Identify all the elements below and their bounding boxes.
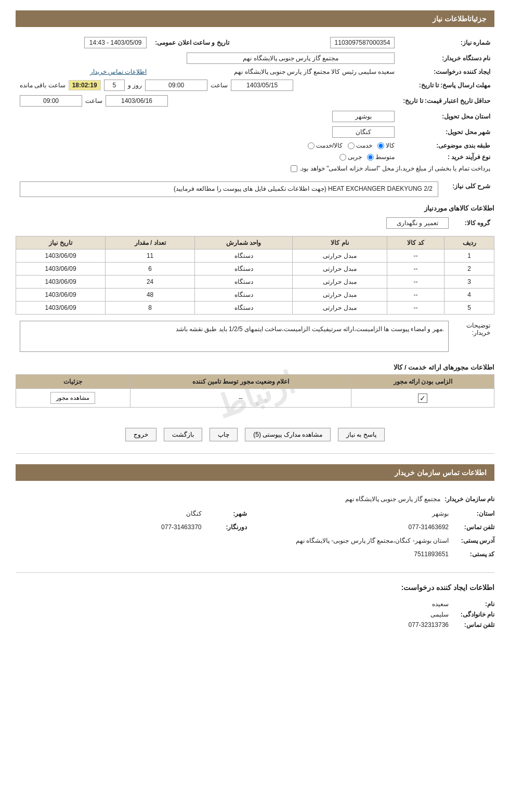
goods-cell-code: -- bbox=[387, 263, 444, 276]
buyer-label: نام دستگاه خریدار: bbox=[399, 50, 494, 66]
postal-label: کد پستی: bbox=[453, 551, 494, 558]
main-page: جزئیاتاطلاعات نیاز شماره نیاز: 110309758… bbox=[0, 0, 510, 812]
goods-table-row: 4--مبدل حرارتیدستگاه481403/06/09 bbox=[16, 289, 494, 302]
remaining-suffix: ساعت باقی مانده bbox=[20, 82, 66, 89]
goods-cell-qty: 8 bbox=[106, 302, 195, 315]
requester-name-value: سعیده bbox=[432, 600, 449, 608]
provider-table: الزامی بودن ارائه مجور اعلام وضعیت مجور … bbox=[16, 374, 494, 408]
view-docs-button[interactable]: مشاهده مدارک پیوستی (5) bbox=[245, 428, 331, 441]
days-label: روز و bbox=[128, 82, 142, 89]
goods-table-row: 2--مبدل حرارتیدستگاه61403/06/09 bbox=[16, 263, 494, 276]
view-provider-button[interactable]: مشاهده مجور bbox=[50, 392, 95, 404]
deadline-date: 1403/05/15 bbox=[231, 80, 293, 91]
phone-contact-label: تلفن تماس: bbox=[453, 523, 494, 531]
city-contact-value: کنگان bbox=[186, 510, 202, 517]
province-contact-row: استان: بوشهر bbox=[263, 508, 495, 519]
category-label: طبقه بندی موضوعی: bbox=[399, 140, 494, 151]
watermark-area: ارتباط الزامی بودن ارائه مجور اعلام وضعی… bbox=[16, 374, 494, 416]
fax-contact-label: دورنگار: bbox=[206, 523, 247, 531]
creator-value: سعیده سلیمی رئیس کالا مجتمع گاز پارس جنو… bbox=[234, 68, 395, 75]
goods-cell-unit: دستگاه bbox=[195, 263, 293, 276]
back-button[interactable]: بازگشت bbox=[164, 428, 202, 441]
goods-cell-name: مبدل حرارتی bbox=[293, 289, 387, 302]
province-label: استان محل تحویل: bbox=[399, 109, 494, 124]
goods-cell-code: -- bbox=[387, 302, 444, 315]
payment-checkbox[interactable] bbox=[291, 165, 297, 172]
province-contact-label: استان: bbox=[453, 510, 494, 517]
provider-row: ✓ -- مشاهده مجور bbox=[16, 389, 494, 408]
col-row: ردیف bbox=[444, 237, 494, 250]
buyer-contact-section: اطلاعات تماس سازمان خریدار نام سازمان خر… bbox=[16, 464, 494, 565]
need-info-table: شماره نیاز: 1103097587000354 تاریخ و ساع… bbox=[16, 35, 494, 174]
category-kala-label: کالا bbox=[386, 142, 395, 149]
deadline-time: 09:00 bbox=[145, 80, 207, 91]
deadline-remaining: 18:02:19 bbox=[69, 80, 101, 90]
provider-col-details: جزئیات bbox=[16, 375, 130, 389]
goods-cell-code: -- bbox=[387, 250, 444, 263]
print-button[interactable]: چاپ bbox=[210, 428, 238, 441]
requester-family-label: نام خانوادگی: bbox=[453, 611, 494, 618]
divider-1 bbox=[16, 453, 494, 454]
goods-table: ردیف کد کالا نام کالا واحد شمارش تعداد /… bbox=[16, 236, 494, 315]
exit-button[interactable]: خروج bbox=[125, 428, 156, 441]
goods-group-value: تعمیر و نگهداری bbox=[386, 217, 449, 229]
reply-button[interactable]: پاسخ به نیاز bbox=[338, 428, 385, 441]
provider-section: اطلاعات مجورهای ارائه خدمت / کالا ارتباط… bbox=[16, 363, 494, 416]
category-kala-khedmat-label: کالا/خدمت bbox=[316, 142, 343, 149]
provider-required-check: ✓ bbox=[351, 389, 494, 408]
provider-status: -- bbox=[130, 389, 351, 408]
notes-value: .مهر و امضاء پیوست ها الزامیست،ارائه سرت… bbox=[20, 321, 449, 352]
goods-table-row: 5--مبدل حرارتیدستگاه81403/06/09 bbox=[16, 302, 494, 315]
fax-contact-row: دورنگار: 077-31463370 bbox=[16, 522, 247, 532]
action-buttons: پاسخ به نیاز مشاهده مدارک پیوستی (5) چاپ… bbox=[16, 426, 494, 443]
goods-cell-unit: دستگاه bbox=[195, 276, 293, 289]
buyer-contact-content: نام سازمان خریدار: مجتمع گاز پارس جنوبی … bbox=[16, 489, 494, 565]
need-info-header: جزئیاتاطلاعات نیاز bbox=[16, 10, 494, 27]
requester-family-row: نام خانوادگی: سلیمی bbox=[16, 609, 494, 620]
creator-label: ایجاد کننده درخواست: bbox=[399, 66, 494, 77]
category-kala-khedmat-radio[interactable] bbox=[308, 142, 315, 149]
description-table: شرح کلی نیاز: 2/2 HEAT EXCHANGER DAEKYUN… bbox=[16, 179, 494, 199]
purchase-type-jarabi-radio[interactable] bbox=[339, 154, 346, 161]
time-label: ساعت bbox=[211, 82, 228, 89]
province-value: بوشهر bbox=[332, 111, 395, 122]
goods-cell-date: 1403/06/09 bbox=[16, 250, 106, 263]
requester-section: اطلاعات ایجاد کننده درخواست: نام: سعیده … bbox=[16, 583, 494, 634]
deadline-label: مهلت ارسال پاسخ: تا تاریخ: bbox=[399, 77, 494, 93]
purchase-type-motavasset-radio[interactable] bbox=[367, 154, 374, 161]
validity-date: 1403/06/16 bbox=[106, 95, 168, 107]
requester-header: اطلاعات ایجاد کننده درخواست: bbox=[16, 583, 494, 592]
address-value: استان بوشهر- کنگان،مجتمع گاز پارس جنوبی-… bbox=[296, 537, 449, 544]
category-khedmat-radio[interactable] bbox=[348, 142, 355, 149]
requester-name-label: نام: bbox=[453, 600, 494, 608]
purchase-type-motavasset-label: متوسط bbox=[375, 153, 395, 161]
datetime-value: 1403/05/09 - 14:43 bbox=[84, 37, 147, 48]
city-value: کنگان bbox=[332, 126, 395, 138]
phone-contact-value: 077-31463692 bbox=[409, 523, 449, 531]
goods-cell-name: مبدل حرارتی bbox=[293, 250, 387, 263]
city-contact-label: شهر: bbox=[206, 510, 247, 517]
goods-cell-name: مبدل حرارتی bbox=[293, 276, 387, 289]
check-icon: ✓ bbox=[418, 394, 427, 403]
contact-link[interactable]: اطلاعات تماس خریدار bbox=[90, 68, 147, 75]
goods-cell-row: 4 bbox=[444, 289, 494, 302]
deadline-days: 5 bbox=[104, 80, 125, 91]
goods-cell-date: 1403/06/09 bbox=[16, 263, 106, 276]
need-info-header-text: جزئیاتاطلاعات نیاز bbox=[433, 15, 487, 23]
goods-cell-date: 1403/06/09 bbox=[16, 276, 106, 289]
requester-family-value: سلیمی bbox=[430, 611, 449, 618]
description-value: 2/2 HEAT EXCHANGER DAEKYUNG (جهت اطلاعات… bbox=[20, 181, 438, 197]
provider-header: اطلاعات مجورهای ارائه خدمت / کالا bbox=[16, 363, 494, 371]
purchase-type-label: نوع فرآیند خرید : bbox=[399, 151, 494, 163]
city-label: شهر محل تحویل: bbox=[399, 124, 494, 140]
contact-grid: استان: بوشهر شهر: کنگان تلفن تماس: 077-3… bbox=[16, 508, 494, 559]
validity-label: حداقل تاریخ اعتبار قیمت: تا تاریخ: bbox=[399, 93, 494, 109]
category-kala-radio[interactable] bbox=[377, 142, 384, 149]
goods-cell-row: 5 bbox=[444, 302, 494, 315]
buyer-contact-header: اطلاعات تماس سازمان خریدار bbox=[16, 464, 494, 481]
datetime-label: تاریخ و ساعت اعلان عمومی: bbox=[151, 35, 233, 50]
phone-contact-row: تلفن تماس: 077-31463692 bbox=[263, 522, 495, 532]
postal-value: 7511893651 bbox=[414, 551, 449, 558]
goods-cell-unit: دستگاه bbox=[195, 289, 293, 302]
org-row: نام سازمان خریدار: مجتمع گاز پارس جنوبی … bbox=[16, 494, 494, 504]
